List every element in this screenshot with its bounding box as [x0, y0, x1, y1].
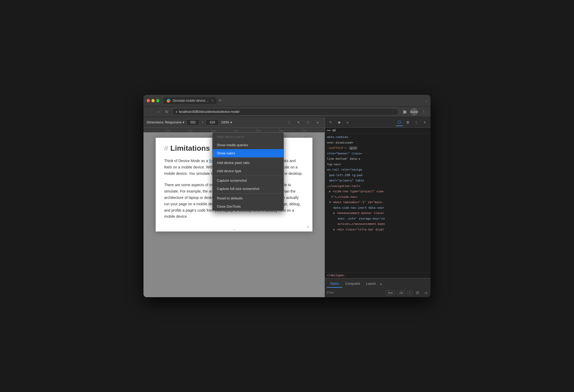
- dom-line-10[interactable]: …</navigation-rail>: [325, 184, 431, 189]
- url-bar[interactable]: ● localhost:8080/docs/devtools/device-mo…: [172, 108, 399, 115]
- zoom-dropdown[interactable]: 100% ▾: [221, 121, 232, 124]
- devtools-more-panels-button[interactable]: »: [344, 119, 351, 126]
- dom-line-16[interactable]: nner--info" storage-key="us: [325, 216, 431, 222]
- reset-defaults-label: Reset to defaults: [217, 196, 243, 200]
- ruler-label: 400: [235, 130, 238, 132]
- lock-icon: ●: [176, 110, 177, 113]
- dimensions-chevron-icon: ▾: [183, 121, 184, 124]
- dom-line-11[interactable]: ▶ <side-nav type="project" view: [325, 189, 431, 194]
- capture-screenshot-label: Capture screenshot: [217, 179, 247, 182]
- close-devtools-item[interactable]: Close DevTools: [213, 202, 284, 211]
- dom-line-7[interactable]: on-rail role="naviga: [325, 167, 431, 173]
- devtools-close-button[interactable]: ×: [421, 119, 428, 126]
- computed-side-icon[interactable]: ◁: [423, 290, 428, 296]
- height-input[interactable]: [206, 119, 219, 126]
- para1-text: Think of Device Mode as a: [164, 159, 209, 163]
- reset-defaults-item[interactable]: Reset to defaults: [213, 194, 284, 202]
- hide-device-frame-item[interactable]: Hide device frame: [213, 133, 284, 141]
- width-input[interactable]: [186, 119, 200, 126]
- capture-full-screenshot-item[interactable]: Capture full size screenshot: [213, 185, 284, 193]
- devtools-console-button[interactable]: ☐: [396, 119, 403, 126]
- add-style-button[interactable]: +: [407, 290, 412, 295]
- dom-line-9[interactable]: abel="primary" tabin: [325, 178, 431, 184]
- devtools-settings-button[interactable]: ⚙: [404, 119, 411, 126]
- browser-menu-button[interactable]: ⋮: [420, 108, 427, 115]
- dom-line-2[interactable]: nner-dismissed>: [325, 140, 431, 146]
- show-rulers-label: Show rulers: [217, 151, 235, 155]
- dom-line-3[interactable]: 'scaffold'> grid: [325, 145, 431, 151]
- tabs-more-button[interactable]: »: [379, 280, 383, 288]
- doctype-line[interactable]: <!doctype>: [325, 272, 431, 278]
- dom-line-15[interactable]: ▶ <announcement-banner class=: [325, 211, 431, 216]
- dom-line-13[interactable]: ▼ <main tabindex="-1" id="main-: [325, 200, 431, 205]
- ruler-tick-5: 500: [257, 128, 280, 132]
- element-state-icon[interactable]: ⊡: [415, 290, 420, 296]
- chrome-favicon-icon: [167, 99, 171, 103]
- browser-tab-active[interactable]: Simulate mobile devices with D ×: [164, 97, 217, 104]
- ruler-label: 200: [189, 130, 193, 132]
- hov-filter-button[interactable]: :hov: [385, 290, 395, 295]
- ruler-bar: 100 200 300 400 500 600 700: [144, 128, 325, 132]
- show-rulers-item[interactable]: Show rulers: [213, 149, 284, 157]
- refresh-button[interactable]: ↻: [164, 109, 170, 115]
- back-button[interactable]: ←: [147, 109, 153, 115]
- dom-line-5[interactable]: line-bottom" data-s: [325, 156, 431, 162]
- dom-line-4[interactable]: role="banner" class=: [325, 151, 431, 157]
- page-simulation-viewport: # Limitations Think of Device Mode as a …: [144, 132, 325, 297]
- tab-list-chevron-icon[interactable]: ⌄: [425, 99, 427, 103]
- maximize-window-button[interactable]: [156, 99, 159, 102]
- dom-line-6[interactable]: top-nav>: [325, 162, 431, 167]
- traffic-lights: [147, 99, 159, 102]
- devtools-device-button[interactable]: ■: [335, 119, 343, 126]
- tab-styles[interactable]: Styles: [327, 280, 342, 288]
- minimize-window-button[interactable]: [151, 99, 155, 102]
- dom-line-14[interactable]: data-side-nav-inert data-sear: [325, 205, 431, 211]
- heading-text: Limitations: [171, 144, 210, 153]
- styles-filter-input[interactable]: [327, 291, 383, 295]
- tab-computed[interactable]: Computed: [342, 280, 363, 288]
- ruler-tick-4: 400: [234, 128, 257, 132]
- add-pixel-ratio-item[interactable]: Add device pixel ratio: [213, 159, 284, 167]
- dom-line-18[interactable]: ▶ <div class="title-bar displ: [325, 227, 431, 233]
- tab-close-button[interactable]: ×: [212, 99, 213, 103]
- close-window-button[interactable]: [147, 99, 150, 102]
- dom-line-17[interactable]: active>…</announcement-bann: [325, 221, 431, 227]
- devtools-inspect-button[interactable]: ↖: [327, 119, 334, 126]
- tab-title: Simulate mobile devices with D: [173, 99, 209, 103]
- more-options-button[interactable]: ⋮: [285, 119, 293, 126]
- ruler-tick-7: 700: [302, 128, 325, 132]
- zoom-label: 100%: [221, 121, 229, 124]
- heading-hash: #: [164, 144, 168, 153]
- forward-button[interactable]: →: [155, 109, 162, 115]
- page-resize-handle[interactable]: ⎯: [233, 225, 236, 230]
- dimensions-dropdown[interactable]: Dimensions: Responsive ▾: [147, 121, 184, 124]
- main-content: Dimensions: Responsive ▾ × 100% ▾ ⋮ ↖ □ …: [144, 117, 431, 297]
- dom-line-12[interactable]: t">…</side-nav>: [325, 194, 431, 200]
- device-frame-button[interactable]: □: [304, 119, 312, 126]
- dom-line-8[interactable]: pad-left-200 lg:pad: [325, 173, 431, 178]
- ruler-label: 600: [280, 130, 283, 132]
- browser-window: Simulate mobile devices with D × + ⌄ ← →…: [144, 95, 431, 297]
- cls-filter-button[interactable]: .cls: [397, 290, 405, 295]
- devtools-header: ↖ ■ » ☐ ⚙ ⋮ ×: [325, 117, 431, 128]
- add-device-type-item[interactable]: Add device type: [213, 167, 284, 175]
- ruler-label: 100: [167, 130, 170, 132]
- new-tab-button[interactable]: +: [218, 98, 223, 103]
- tab-layout[interactable]: Layout: [363, 280, 379, 288]
- dom-line-1[interactable]: data-cookies-: [325, 135, 431, 140]
- ruler-tick-0: [144, 128, 166, 132]
- context-menu: Hide device frame Show media queries Sho…: [212, 132, 284, 211]
- hide-device-frame-label: Hide device frame: [217, 135, 245, 139]
- profile-button[interactable]: Guest: [410, 108, 418, 115]
- devtools-toggle-button[interactable]: ▣: [401, 108, 408, 115]
- devtools-more-options-button[interactable]: ⋮: [412, 119, 420, 126]
- inspect-element-button[interactable]: ↖: [295, 119, 302, 126]
- add-pixel-ratio-label: Add device pixel ratio: [217, 161, 250, 165]
- more-tools-button[interactable]: »: [314, 119, 321, 126]
- layout-tab-label: Layout: [366, 282, 376, 286]
- capture-screenshot-item[interactable]: Capture screenshot: [213, 176, 284, 185]
- show-media-queries-item[interactable]: Show media queries: [213, 141, 284, 149]
- tab-bar: Simulate mobile devices with D × + ⌄: [164, 97, 427, 104]
- ruler-label: 300: [212, 130, 216, 132]
- edit-icon[interactable]: ✎: [307, 225, 310, 229]
